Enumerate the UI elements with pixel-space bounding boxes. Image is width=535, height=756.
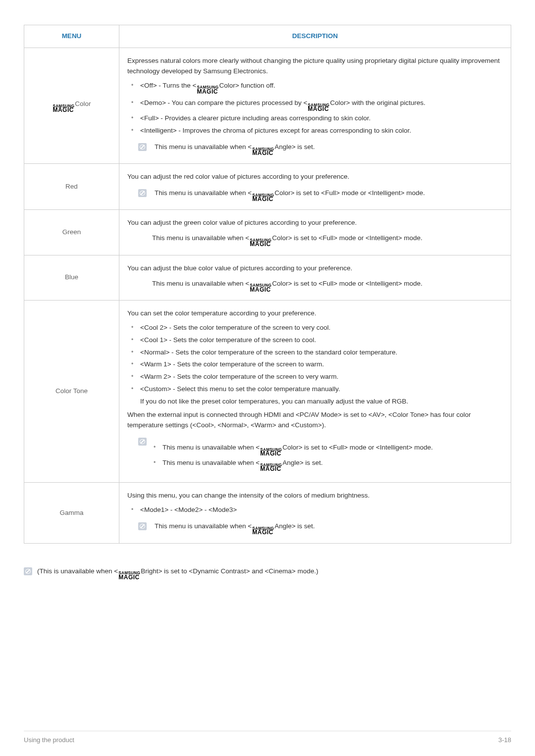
note-icon bbox=[138, 438, 147, 446]
row0-intro: Expresses natural colors more clearly wi… bbox=[127, 56, 503, 77]
menu-cell-color-tone: Color Tone bbox=[24, 300, 119, 483]
description-cell: You can adjust the red color value of pi… bbox=[119, 164, 511, 210]
row0-note: This menu is unavailable when <SAMSUNGMA… bbox=[138, 142, 503, 155]
table-row: SAMSUNGMAGICColor Expresses natural colo… bbox=[24, 48, 511, 163]
menu-cell-blue: Blue bbox=[24, 255, 119, 300]
list-item: <Mode1> - <Mode2> - <Mode3> bbox=[129, 505, 503, 515]
header-menu: MENU bbox=[24, 25, 119, 48]
menu-cell-gamma: Gamma bbox=[24, 483, 119, 543]
footer-left: Using the product bbox=[24, 735, 74, 745]
footer-right: 3-18 bbox=[498, 735, 511, 745]
description-cell: You can adjust the blue color value of p… bbox=[119, 255, 511, 300]
list-item: <Cool 2> - Sets the color temperature of… bbox=[129, 323, 503, 333]
note-icon bbox=[138, 143, 147, 151]
table-row: Blue You can adjust the blue color value… bbox=[24, 255, 511, 300]
samsung-magic-logo: SAMSUNGMAGIC bbox=[260, 449, 282, 456]
list-item: <Full> - Provides a clearer picture incl… bbox=[129, 113, 503, 124]
list-item: This menu is unavailable when <SAMSUNGMA… bbox=[152, 458, 433, 471]
row5-intro: Using this menu, you can change the inte… bbox=[127, 491, 503, 501]
row1-note: This menu is unavailable when <SAMSUNGMA… bbox=[138, 188, 503, 202]
row4-subnote-wrap: This menu is unavailable when <SAMSUNGMA… bbox=[138, 437, 503, 474]
list-item: <Demo> - You can compare the pictures pr… bbox=[129, 98, 503, 111]
samsung-magic-logo: SAMSUNGMAGIC bbox=[308, 104, 329, 112]
menu-label: Color bbox=[75, 100, 91, 107]
note-icon bbox=[24, 567, 32, 575]
samsung-magic-logo: SAMSUNGMAGIC bbox=[260, 464, 282, 472]
description-cell: You can set the color temperature accord… bbox=[119, 300, 511, 483]
row4-subnotes: This menu is unavailable when <SAMSUNGMA… bbox=[152, 441, 433, 473]
list-item: <Warm 2> - Sets the color temperature of… bbox=[129, 372, 503, 382]
list-item: <Off> - Turns the <SAMSUNGMAGICColor> fu… bbox=[129, 81, 503, 94]
description-cell: Using this menu, you can change the inte… bbox=[119, 483, 511, 543]
page-footer: Using the product 3-18 bbox=[24, 731, 511, 745]
samsung-magic-logo: SAMSUNGMAGIC bbox=[118, 572, 140, 580]
row5-bullets: <Mode1> - <Mode2> - <Mode3> bbox=[129, 505, 503, 515]
samsung-magic-logo: SAMSUNGMAGIC bbox=[252, 194, 274, 202]
samsung-magic-logo: SAMSUNGMAGIC bbox=[53, 105, 74, 113]
table-row: Gamma Using this menu, you can change th… bbox=[24, 483, 511, 543]
row3-note: This menu is unavailable when <SAMSUNGMA… bbox=[152, 279, 503, 292]
note-icon bbox=[138, 522, 147, 530]
row2-intro: You can adjust the green color value of … bbox=[127, 218, 503, 228]
row3-intro: You can adjust the blue color value of p… bbox=[127, 263, 503, 274]
row0-bullets-b: <Demo> - You can compare the pictures pr… bbox=[129, 98, 503, 136]
header-description: DESCRIPTION bbox=[119, 25, 511, 48]
page-bottom-note: (This is unavailable when <SAMSUNGMAGICB… bbox=[24, 566, 511, 580]
description-cell: Expresses natural colors more clearly wi… bbox=[119, 48, 511, 163]
samsung-magic-logo: SAMSUNGMAGIC bbox=[252, 148, 274, 156]
table-row: Green You can adjust the green color val… bbox=[24, 210, 511, 255]
row4-bullets: <Cool 2> - Sets the color temperature of… bbox=[129, 323, 503, 407]
list-item: <Intelligent> - Improves the chroma of p… bbox=[129, 126, 503, 136]
row0-bullets-a: <Off> - Turns the <SAMSUNGMAGICColor> fu… bbox=[129, 81, 503, 94]
list-item: This menu is unavailable when <SAMSUNGMA… bbox=[152, 443, 433, 456]
description-cell: You can adjust the green color value of … bbox=[119, 210, 511, 255]
list-item: <Warm 1> - Sets the color temperature of… bbox=[129, 359, 503, 370]
list-item: <Cool 1> - Sets the color temperature of… bbox=[129, 335, 503, 346]
row4-intro: You can set the color temperature accord… bbox=[127, 308, 503, 319]
custom-subtext: If you do not like the preset color temp… bbox=[140, 397, 503, 407]
list-item: <Custom> - Select this menu to set the c… bbox=[129, 384, 503, 407]
menu-cell-magic-color: SAMSUNGMAGICColor bbox=[24, 48, 119, 163]
menu-cell-red: Red bbox=[24, 164, 119, 210]
row1-intro: You can adjust the red color value of pi… bbox=[127, 172, 503, 182]
note-icon bbox=[138, 189, 147, 197]
list-item: <Normal> - Sets the color temperature of… bbox=[129, 348, 503, 358]
row5-note: This menu is unavailable when <SAMSUNGMA… bbox=[138, 521, 503, 535]
menu-cell-green: Green bbox=[24, 210, 119, 255]
table-row: Color Tone You can set the color tempera… bbox=[24, 300, 511, 483]
row2-note: This menu is unavailable when <SAMSUNGMA… bbox=[152, 233, 503, 247]
samsung-magic-logo: SAMSUNGMAGIC bbox=[197, 86, 218, 94]
samsung-magic-logo: SAMSUNGMAGIC bbox=[252, 527, 274, 535]
samsung-magic-logo: SAMSUNGMAGIC bbox=[250, 239, 271, 247]
table-row: Red You can adjust the red color value o… bbox=[24, 164, 511, 210]
samsung-magic-logo: SAMSUNGMAGIC bbox=[250, 284, 271, 292]
row4-para: When the external input is connected thr… bbox=[127, 410, 503, 431]
settings-table: MENU DESCRIPTION SAMSUNGMAGICColor Expre… bbox=[24, 25, 511, 544]
